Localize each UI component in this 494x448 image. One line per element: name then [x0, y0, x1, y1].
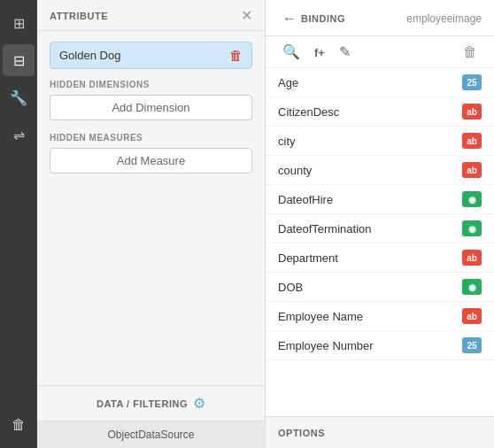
attribute-button[interactable]: Golden Dog 🗑	[50, 42, 252, 69]
type-badge: ab	[462, 250, 482, 266]
binding-toolbar: 🔍 f+ ✎ 🗑	[266, 36, 494, 68]
right-panel-header: ← BINDING employeeimage	[266, 0, 494, 36]
binding-item-name: Employee Number	[278, 339, 374, 352]
datasource-label: ObjectDataSource	[107, 429, 194, 441]
options-label: OPTIONS	[278, 428, 325, 438]
close-button[interactable]: ✕	[241, 9, 252, 23]
binding-list: Age25CitizenDescabcityabcountyabDateofHi…	[266, 68, 494, 416]
type-badge: ab	[462, 162, 482, 178]
type-badge: ab	[462, 133, 482, 149]
hidden-dimensions-section: HIDDEN DIMENSIONS Add Dimension	[50, 80, 252, 120]
type-badge: ◉	[462, 279, 482, 295]
binding-item-name: county	[278, 164, 312, 177]
binding-list-item[interactable]: DateofTermination◉	[266, 214, 494, 243]
sidebar-grid-icon[interactable]: ⊟	[3, 44, 35, 76]
edit-icon: ✎	[339, 44, 351, 59]
data-filtering-footer: DATA / FILTERING ⚙	[37, 385, 265, 421]
left-panel-header: ATTRIBUTE ✕	[37, 0, 265, 31]
search-toolbar-button[interactable]: 🔍	[278, 42, 305, 62]
type-badge: 25	[462, 337, 482, 353]
binding-item-name: Department	[278, 251, 338, 265]
attribute-section-title: ATTRIBUTE	[50, 11, 108, 21]
binding-label: BINDING	[301, 13, 345, 24]
left-panel-content: Golden Dog 🗑 HIDDEN DIMENSIONS Add Dimen…	[37, 31, 265, 385]
hidden-measures-section: HIDDEN MEASURES Add Measure	[50, 133, 252, 174]
binding-item-name: DOB	[278, 281, 303, 294]
sidebar: ⊞ ⊟ 🔧 ⇌ 🗑	[0, 0, 37, 448]
search-icon: 🔍	[282, 44, 300, 59]
binding-list-item[interactable]: cityab	[266, 127, 494, 156]
hidden-dimensions-label: HIDDEN DIMENSIONS	[50, 80, 252, 89]
sidebar-wrench-icon[interactable]: 🔧	[3, 81, 35, 113]
type-badge: ◉	[462, 191, 482, 207]
binding-value: employeeimage	[406, 12, 482, 25]
binding-list-item[interactable]: countyab	[266, 156, 494, 185]
delete-toolbar-icon[interactable]: 🗑	[459, 42, 482, 62]
options-footer: OPTIONS	[266, 416, 494, 448]
back-button[interactable]: ←	[278, 9, 301, 28]
sidebar-delete-icon[interactable]: 🗑	[3, 409, 35, 441]
binding-list-item[interactable]: CitizenDescab	[266, 97, 494, 127]
sidebar-layers-icon[interactable]: ⊞	[3, 7, 35, 39]
binding-item-name: CitizenDesc	[278, 105, 339, 119]
binding-list-item[interactable]: DateofHire◉	[266, 185, 494, 214]
binding-list-item[interactable]: Departmentab	[266, 243, 494, 273]
binding-item-name: Employee Name	[278, 310, 363, 323]
hidden-measures-label: HIDDEN MEASURES	[50, 133, 252, 143]
binding-list-item[interactable]: Employee Nameab	[266, 302, 494, 331]
binding-list-item[interactable]: DOB◉	[266, 273, 494, 302]
binding-item-name: DateofTermination	[278, 222, 372, 236]
right-panel: ← BINDING employeeimage 🔍 f+ ✎ 🗑 Age25Ci…	[266, 0, 494, 448]
attribute-name: Golden Dog	[59, 49, 120, 62]
data-filtering-label: DATA / FILTERING	[96, 398, 188, 409]
binding-item-name: DateofHire	[278, 193, 333, 206]
edit-toolbar-button[interactable]: ✎	[335, 42, 355, 62]
function-toolbar-button[interactable]: f+	[310, 42, 329, 62]
type-badge: ◉	[462, 220, 482, 236]
type-badge: 25	[462, 74, 482, 90]
type-badge: ab	[462, 308, 482, 324]
left-panel: ATTRIBUTE ✕ Golden Dog 🗑 HIDDEN DIMENSIO…	[37, 0, 266, 448]
binding-item-name: Age	[278, 76, 298, 89]
datasource-bar[interactable]: ObjectDataSource	[37, 421, 265, 448]
type-badge: ab	[462, 104, 482, 120]
binding-list-item[interactable]: Employee Number25	[266, 331, 494, 360]
add-measure-button[interactable]: Add Measure	[50, 148, 252, 174]
sidebar-arrow-icon[interactable]: ⇌	[3, 119, 35, 151]
attribute-delete-icon[interactable]: 🗑	[229, 48, 243, 63]
add-dimension-button[interactable]: Add Dimension	[50, 95, 252, 120]
binding-item-name: city	[278, 135, 296, 148]
function-icon: f+	[314, 46, 325, 59]
binding-list-item[interactable]: Age25	[266, 68, 494, 97]
gear-icon[interactable]: ⚙	[193, 395, 205, 412]
